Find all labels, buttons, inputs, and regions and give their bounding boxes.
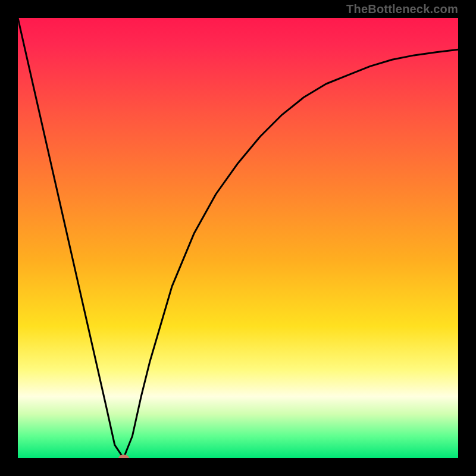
plot-area bbox=[18, 18, 458, 458]
chart-frame: TheBottleneck.com bbox=[0, 0, 476, 476]
optimum-marker bbox=[118, 455, 129, 458]
watermark-text: TheBottleneck.com bbox=[346, 2, 458, 16]
bottleneck-curve bbox=[18, 18, 458, 458]
curve-path bbox=[18, 18, 458, 458]
